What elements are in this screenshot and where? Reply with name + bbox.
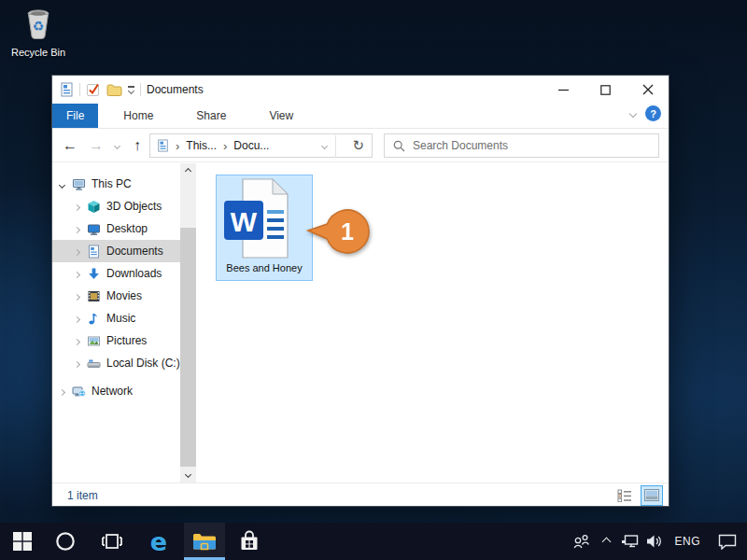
minimize-button[interactable] bbox=[543, 76, 585, 104]
tab-file[interactable]: File bbox=[52, 104, 98, 128]
title-bar: Documents bbox=[52, 76, 669, 104]
expand-chevron[interactable] bbox=[59, 182, 65, 189]
scrollbar-up-button[interactable] bbox=[180, 163, 196, 179]
help-button[interactable]: ? bbox=[645, 105, 661, 121]
windows-logo-icon bbox=[12, 531, 33, 552]
properties-check-icon[interactable] bbox=[86, 82, 101, 97]
sidebar-item-local-disk-c[interactable]: Local Disk (C:) bbox=[52, 352, 180, 374]
collapse-chevron[interactable] bbox=[74, 361, 80, 368]
recycle-bin-label: Recycle Bin bbox=[7, 47, 69, 58]
tab-home[interactable]: Home bbox=[109, 104, 167, 128]
start-button[interactable] bbox=[2, 523, 43, 560]
scrollbar-thumb[interactable] bbox=[180, 228, 196, 467]
breadcrumb-separator2: › bbox=[223, 139, 227, 153]
tab-view[interactable]: View bbox=[255, 104, 307, 128]
show-hidden-icons-button[interactable] bbox=[594, 523, 618, 560]
sidebar-item-desktop[interactable]: Desktop bbox=[52, 217, 180, 240]
sidebar-item-3d-objects[interactable]: 3D Objects bbox=[52, 195, 180, 217]
search-input[interactable] bbox=[413, 139, 650, 152]
hard-disk-icon bbox=[87, 357, 101, 371]
word-w-letter: W bbox=[231, 206, 258, 237]
breadcrumb-separator: › bbox=[176, 139, 179, 153]
up-button[interactable]: ↑ bbox=[127, 135, 148, 156]
volume-button[interactable] bbox=[642, 523, 667, 560]
collapse-chevron[interactable] bbox=[74, 339, 80, 345]
details-view-icon bbox=[617, 489, 632, 502]
collapse-chevron[interactable] bbox=[74, 294, 80, 301]
network-button[interactable] bbox=[618, 523, 642, 560]
qat-customize-chevron[interactable] bbox=[128, 86, 134, 92]
sidebar-item-documents[interactable]: Documents bbox=[52, 240, 180, 262]
file-item-bees-and-honey[interactable]: W Bees and Honey bbox=[216, 175, 313, 281]
address-row: ← → ↑ › This... › Docu... bbox=[52, 130, 669, 162]
recycle-bin-desktop-icon[interactable]: ♻ Recycle Bin bbox=[7, 6, 69, 58]
network-icon bbox=[621, 534, 640, 549]
action-center-button[interactable] bbox=[708, 523, 747, 560]
cortana-button[interactable] bbox=[45, 523, 86, 560]
refresh-button[interactable]: ↻ bbox=[352, 137, 364, 154]
tab-share[interactable]: Share bbox=[182, 104, 240, 128]
details-view-button[interactable] bbox=[613, 485, 636, 506]
music-note-icon bbox=[87, 312, 101, 326]
sidebar-item-pictures[interactable]: Pictures bbox=[52, 329, 180, 352]
people-button[interactable] bbox=[570, 523, 594, 560]
collapse-chevron[interactable] bbox=[74, 316, 80, 323]
navigation-pane: This PC 3D Objects Desktop bbox=[52, 163, 180, 483]
close-icon bbox=[642, 84, 654, 95]
downloads-arrow-icon bbox=[87, 267, 101, 281]
search-box bbox=[384, 133, 659, 158]
store-bag-icon bbox=[238, 530, 261, 553]
close-button[interactable] bbox=[627, 76, 669, 104]
maximize-button[interactable] bbox=[585, 76, 627, 104]
breadcrumb-this-pc[interactable]: This... bbox=[186, 139, 217, 152]
file-explorer-icon bbox=[192, 532, 217, 552]
ribbon-collapse-chevron[interactable] bbox=[629, 109, 637, 117]
maximize-icon bbox=[600, 85, 611, 95]
thumbnails-view-button[interactable] bbox=[641, 485, 663, 506]
collapse-chevron[interactable] bbox=[74, 227, 80, 233]
windows-desktop: ♻ Recycle Bin bbox=[0, 0, 747, 560]
store-button[interactable] bbox=[229, 523, 270, 560]
network-globe-icon bbox=[72, 385, 86, 399]
sidebar-item-downloads[interactable]: Downloads bbox=[52, 262, 180, 285]
sidebar-item-this-pc[interactable]: This PC bbox=[52, 173, 180, 195]
sidebar-scrollbar[interactable] bbox=[180, 163, 196, 483]
recent-locations-chevron[interactable] bbox=[110, 135, 123, 156]
qat-separator bbox=[79, 83, 80, 96]
quick-access-toolbar bbox=[52, 82, 141, 97]
collapse-chevron[interactable] bbox=[59, 389, 65, 396]
thumbnails-view-icon bbox=[644, 489, 659, 501]
file-explorer-button[interactable] bbox=[184, 523, 225, 560]
sidebar-item-movies[interactable]: Movies bbox=[52, 285, 180, 307]
file-name-label: Bees and Honey bbox=[226, 262, 302, 273]
collapse-chevron[interactable] bbox=[74, 204, 80, 211]
collapse-chevron[interactable] bbox=[74, 249, 80, 256]
collapse-chevron[interactable] bbox=[74, 272, 80, 278]
scrollbar-down-button[interactable] bbox=[180, 467, 196, 483]
magnifier-icon bbox=[393, 140, 405, 152]
edge-icon: e bbox=[150, 527, 167, 556]
volume-icon bbox=[646, 534, 664, 549]
breadcrumb-documents[interactable]: Docu... bbox=[233, 139, 269, 152]
address-separator-line bbox=[335, 135, 336, 158]
explorer-document-icon[interactable] bbox=[60, 82, 74, 97]
new-folder-icon[interactable] bbox=[106, 83, 122, 97]
picture-frame-icon bbox=[87, 334, 101, 348]
back-button[interactable]: ← bbox=[60, 135, 80, 156]
forward-button[interactable]: → bbox=[86, 135, 106, 156]
address-bar[interactable]: › This... › Docu... ↻ bbox=[149, 133, 373, 158]
documents-page-icon bbox=[87, 245, 101, 259]
callout-number: 1 bbox=[341, 218, 354, 245]
language-indicator[interactable]: ENG bbox=[667, 535, 708, 548]
task-view-button[interactable] bbox=[92, 523, 133, 560]
window-title: Documents bbox=[147, 83, 204, 96]
action-center-icon bbox=[718, 534, 737, 550]
chevron-up-icon bbox=[602, 537, 612, 546]
word-document-icon: W bbox=[224, 175, 304, 261]
desktop-monitor-icon bbox=[87, 222, 101, 236]
sidebar-item-network[interactable]: Network bbox=[52, 380, 180, 402]
cortana-circle-icon bbox=[55, 531, 76, 552]
edge-button[interactable]: e bbox=[138, 523, 179, 560]
taskbar: e bbox=[0, 523, 747, 560]
sidebar-item-music[interactable]: Music bbox=[52, 307, 180, 329]
